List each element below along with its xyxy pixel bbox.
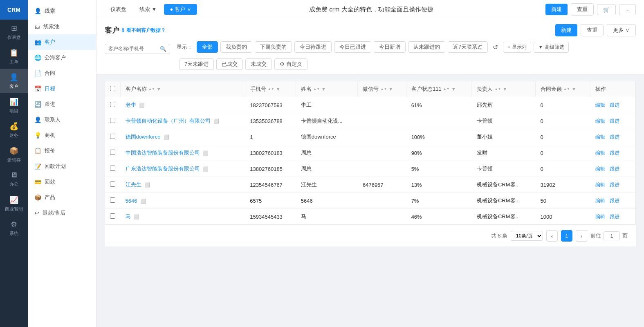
followup-action[interactable]: 跟进 [610,166,619,172]
more-button[interactable]: 更多 ∨ [607,24,636,36]
sidebar-item-lead-pool[interactable]: 🗂 线索池 [28,19,96,34]
cart-button[interactable]: ··· [619,4,636,15]
sidebar-item-quote[interactable]: 📋 报价 [28,143,96,159]
sidebar-item-payment-plan[interactable]: 📝 回款计划 [28,159,96,174]
followup-action[interactable]: 跟进 [610,134,619,140]
duplicate-button-top[interactable]: 查重 [571,3,594,16]
edit-action[interactable]: 编辑 [595,166,605,172]
sidebar-icon-dashboard[interactable]: ⊞ 仪表盘 [0,20,28,44]
edit-action[interactable]: 编辑 [595,214,605,219]
customer-name-link[interactable]: 江先生 [126,181,141,188]
filter-btn-never-followed[interactable]: 从未跟进的 [408,41,445,53]
new-button-top[interactable]: 新建 [545,4,568,15]
amount-sort-icon[interactable]: ▲▼ [563,87,570,91]
filter-btn-closed[interactable]: 已成交 [216,58,243,70]
edit-action[interactable]: 编辑 [595,150,605,156]
wechat-filter-icon[interactable]: ▼ [388,87,393,92]
contact-sort-icon[interactable]: ▲▼ [313,87,320,91]
row-checkbox[interactable] [110,102,115,107]
copy-icon[interactable]: ⬜ [164,134,169,139]
status-filter-icon[interactable]: ▼ [451,87,456,92]
followup-action[interactable]: 跟进 [610,118,619,124]
edit-action[interactable]: 编辑 [595,198,605,204]
status-sort-icon[interactable]: ▲▼ [443,87,450,91]
row-checkbox[interactable] [110,213,115,219]
tab-leads[interactable]: 线索 ▼ [134,4,162,15]
followup-action[interactable]: 跟进 [610,150,619,156]
edit-action[interactable]: 编辑 [595,134,605,140]
sidebar-item-customer[interactable]: 👥 客户 [28,34,96,50]
customer-name-link[interactable]: 德国downforce [126,134,161,140]
filter-btn-7days-contact[interactable]: 近7天联系过 [448,41,488,53]
sidebar-item-product[interactable]: 📦 产品 [28,190,96,205]
filter-btn-today-pending[interactable]: 今日待跟进 [294,41,332,53]
search-input[interactable] [108,46,158,52]
refresh-button[interactable]: ↺ [490,43,500,52]
followup-action[interactable]: 跟进 [610,182,619,188]
row-checkbox[interactable] [110,197,115,203]
goto-input[interactable] [604,231,620,240]
row-checkbox[interactable] [110,166,115,171]
followup-action[interactable]: 跟进 [610,214,619,219]
row-checkbox[interactable] [110,134,115,139]
wechat-sort-icon[interactable]: ▲▼ [380,87,387,91]
sidebar-icon-inventory[interactable]: 📦 进销存 [0,142,28,167]
copy-icon[interactable]: ⬜ [213,119,219,123]
followup-action[interactable]: 跟进 [610,198,619,204]
contact-filter-icon[interactable]: ▼ [321,87,326,92]
more-button-top[interactable]: 🛒 [597,4,616,15]
sidebar-item-followup[interactable]: 🔄 跟进 [28,96,96,112]
sidebar-item-public-customer[interactable]: 🌐 公海客户 [28,50,96,65]
customer-name-link[interactable]: 卡普顿自动化设备（广州）有限公司 [126,118,211,124]
copy-icon[interactable]: ⬜ [134,214,139,219]
page-1-button[interactable]: 1 [561,230,572,242]
owner-sort-icon[interactable]: ▲▼ [494,87,501,91]
sidebar-item-leads[interactable]: 👤 线索 [28,3,96,19]
tab-dashboard[interactable]: 仪表盘 [105,4,132,15]
filter-btn-all[interactable]: 全部 [197,41,218,53]
customer-name-link[interactable]: 广东浩达智能装备股份有限公司 [126,166,200,172]
sidebar-item-contact[interactable]: 👤 联系人 [28,112,96,128]
edit-action[interactable]: 编辑 [595,118,605,124]
sidebar-item-contract[interactable]: 📄 合同 [28,65,96,81]
new-button[interactable]: 新建 [555,24,577,36]
sidebar-icon-office[interactable]: 🖥 办公 [0,167,28,191]
select-all-checkbox[interactable] [110,86,115,91]
copy-icon[interactable]: ⬜ [140,199,146,204]
filter-btn-custom[interactable]: ⚙ 自定义 [274,58,307,70]
customer-name-link[interactable]: 中国浩达智能装备股份有限公司 [126,150,200,156]
followup-action[interactable]: 跟进 [610,102,619,108]
phone-filter-icon[interactable]: ▼ [276,87,280,92]
sidebar-item-payment[interactable]: 💳 回款 [28,174,96,190]
edit-action[interactable]: 编辑 [595,182,605,188]
name-filter-icon[interactable]: ▼ [157,87,161,92]
sidebar-icon-system[interactable]: ⚙ 系统 [0,216,28,240]
advanced-filter-button[interactable]: ▼ 高级筛选 [534,42,569,53]
copy-icon[interactable]: ⬜ [203,166,209,171]
phone-sort-icon[interactable]: ▲▼ [268,87,274,91]
copy-icon[interactable]: ⬜ [144,182,150,187]
filter-btn-today-new[interactable]: 今日新增 [374,41,406,53]
copy-icon[interactable]: ⬜ [139,103,145,108]
sidebar-item-schedule[interactable]: 📅 日程 [28,81,96,96]
row-checkbox[interactable] [110,118,115,123]
sidebar-item-return[interactable]: ↩ 退款/售后 [28,205,96,221]
owner-filter-icon[interactable]: ▼ [503,87,507,92]
sidebar-icon-customer[interactable]: 👤 客户 [0,69,28,93]
filter-btn-not-closed[interactable]: 未成交 [245,58,272,70]
tab-customer[interactable]: ● 客户 ∨ [164,4,197,15]
help-link[interactable]: 看不到客户数据？ [126,27,166,34]
filter-btn-mine[interactable]: 我负责的 [220,41,252,53]
next-page-button[interactable]: › [576,230,587,242]
customer-name-link[interactable]: 老李 [126,102,136,108]
duplicate-button[interactable]: 查重 [581,24,604,36]
amount-filter-icon[interactable]: ▼ [572,87,576,92]
prev-page-button[interactable]: ‹ [546,230,558,242]
customer-name-link[interactable]: 5646 [126,198,137,204]
name-sort-icon[interactable]: ▲▼ [148,87,155,91]
sidebar-icon-project[interactable]: 📊 项目 [0,93,28,118]
row-checkbox[interactable] [110,150,115,155]
edit-action[interactable]: 编辑 [595,102,605,108]
filter-btn-subordinate[interactable]: 下属负责的 [255,41,292,53]
sidebar-icon-workorder[interactable]: 📋 工单 [0,44,28,69]
